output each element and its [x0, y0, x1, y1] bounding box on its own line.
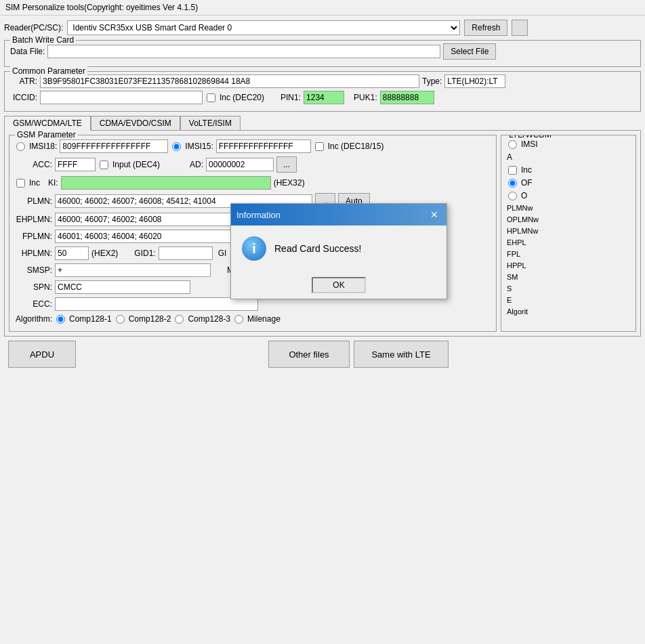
- imsi18-radio[interactable]: [16, 142, 25, 151]
- tab-gsm[interactable]: GSM/WCDMA/LTE: [4, 116, 91, 131]
- lte-imsi-radio[interactable]: [508, 140, 517, 149]
- title-bar: SIM Personalize tools(Copyright: oyeitim…: [0, 0, 645, 16]
- lte-o-radio[interactable]: [508, 192, 517, 200]
- lte-sm-row: SM: [507, 273, 630, 281]
- tab-volte[interactable]: VoLTE/ISIM: [180, 116, 241, 130]
- acc-input-checkbox[interactable]: [100, 160, 108, 169]
- ad-ellipsis-button[interactable]: ...: [276, 156, 297, 173]
- dialog-close-button[interactable]: ✕: [428, 207, 441, 223]
- apdu-button[interactable]: APDU: [8, 341, 76, 368]
- reader-select[interactable]: Identiv SCR35xx USB Smart Card Reader 0: [67, 20, 460, 35]
- common-parameter-label: Common Parameter: [10, 66, 87, 76]
- inc-dec20-label: Inc (DEC20): [220, 93, 264, 102]
- algo-milenage-radio[interactable]: [234, 315, 243, 324]
- algorithm-row: Algorithm: Comp128-1 Comp128-2 Comp128-3…: [15, 314, 491, 324]
- atr-row: ATR: 3B9F95801FC38031E073FE2113578681028…: [10, 74, 635, 88]
- imsi-row: IMSI18: 809FFFFFFFFFFFFFFF IMSI15: FFFFF…: [15, 139, 491, 153]
- puk1-input[interactable]: 88888888: [380, 91, 434, 104]
- imsi-inc-checkbox[interactable]: [315, 142, 324, 151]
- batch-write-card-group: Batch Write Card Data File: Select File: [4, 40, 641, 67]
- data-file-input[interactable]: [47, 45, 440, 58]
- imsi15-label: IMSI15:: [185, 142, 213, 151]
- atr-input[interactable]: 3B9F95801FC38031E073FE211357868102869844…: [40, 74, 419, 88]
- bottom-bar: APDU Other files Same with LTE: [4, 337, 641, 372]
- algorithm-label: Algorithm:: [15, 314, 52, 324]
- extra-button[interactable]: [512, 20, 528, 36]
- gsm-panel-label: GSM Parameter: [15, 130, 78, 139]
- type-input[interactable]: LTE(LH02):LT: [444, 74, 505, 88]
- lte-algorithm-row: Algorit: [507, 307, 630, 316]
- lte-e-row: E: [507, 296, 630, 304]
- atr-label: ATR:: [10, 77, 37, 86]
- lte-of-row: OF: [507, 178, 630, 188]
- spn-input[interactable]: CMCC: [55, 280, 190, 294]
- gid1-label: GID1:: [134, 249, 155, 258]
- refresh-button[interactable]: Refresh: [464, 20, 507, 36]
- iccid-row: ICCID: 89237000017604100004 Inc (DEC20) …: [10, 91, 635, 104]
- inc-dec20-checkbox[interactable]: [207, 93, 215, 102]
- dialog-title: Information: [236, 210, 280, 220]
- algo-comp1-label: Comp128-1: [69, 314, 112, 324]
- main-container: Reader(PC/SC): Identiv SCR35xx USB Smart…: [0, 16, 645, 376]
- smsp-label: SMSP:: [15, 265, 52, 275]
- imsi18-input[interactable]: 809FFFFFFFFFFFFFFF: [60, 139, 168, 153]
- imsi15-radio[interactable]: [172, 142, 181, 151]
- select-file-button[interactable]: Select File: [443, 43, 496, 60]
- ecc-label: ECC:: [15, 299, 52, 309]
- ki-label: KI:: [48, 178, 58, 188]
- puk1-label: PUK1:: [354, 93, 377, 102]
- acc-row: ACC: FFFF Input (DEC4) AD: 00000002 ...: [15, 156, 491, 173]
- ehplmn-label: EHPLMN:: [15, 215, 52, 224]
- ecc-row: ECC:: [15, 297, 491, 311]
- algo-comp2-radio[interactable]: [116, 315, 125, 324]
- lte-panel: LTE/WCDM IMSI A Inc OF O: [501, 135, 636, 332]
- ad-label: AD:: [190, 160, 203, 169]
- ki-inc-checkbox[interactable]: [16, 179, 25, 188]
- ad-input[interactable]: 00000002: [206, 158, 274, 171]
- lte-ehpl-label: EHPL: [507, 238, 526, 246]
- title-text: SIM Personalize tools(Copyright: oyeitim…: [5, 3, 198, 12]
- lte-fpl-row: FPL: [507, 250, 630, 258]
- lte-plmnw-row: PLMNw: [507, 204, 630, 212]
- reader-label: Reader(PC/SC):: [4, 23, 63, 33]
- lte-of-label: OF: [521, 178, 533, 188]
- tab-bar: GSM/WCDMA/LTE CDMA/EVDO/CSIM VoLTE/ISIM: [4, 116, 641, 130]
- lte-hplmnw-row: HPLMNw: [507, 227, 630, 235]
- lte-plmnw-label: PLMNw: [507, 204, 533, 212]
- ki-input[interactable]: [61, 176, 271, 190]
- lte-s-row: S: [507, 284, 630, 293]
- iccid-input[interactable]: 89237000017604100004: [40, 91, 203, 104]
- fplmn-label: FPLMN:: [15, 232, 52, 241]
- dialog-info-icon: i: [242, 236, 266, 261]
- imsi15-input[interactable]: FFFFFFFFFFFFFFF: [216, 139, 311, 153]
- algo-comp3-radio[interactable]: [175, 315, 184, 324]
- reader-row: Reader(PC/SC): Identiv SCR35xx USB Smart…: [4, 20, 641, 36]
- lte-algorithm-label: Algorit: [507, 307, 528, 316]
- dialog-ok-button[interactable]: OK: [312, 277, 366, 293]
- lte-oplmnw-row: OPLMNw: [507, 215, 630, 223]
- plmn-label: PLMN:: [15, 196, 52, 206]
- pin1-input[interactable]: 1234: [304, 91, 344, 104]
- ecc-input[interactable]: [55, 297, 258, 311]
- dialog-message: Read Card Success!: [274, 243, 361, 254]
- gid1-input[interactable]: [159, 246, 213, 260]
- pin1-label: PIN1:: [280, 93, 301, 102]
- other-files-button[interactable]: Other files: [268, 341, 350, 368]
- smsp-input[interactable]: +: [55, 263, 211, 277]
- algo-comp1-radio[interactable]: [56, 315, 65, 324]
- lte-of-radio[interactable]: [508, 179, 517, 188]
- imsi-inc-dec-label: Inc (DEC18/15): [328, 142, 384, 151]
- acc-input[interactable]: FFFF: [55, 158, 96, 171]
- tab-cdma[interactable]: CDMA/EVDO/CSIM: [91, 116, 180, 130]
- same-with-lte-button[interactable]: Same with LTE: [354, 341, 449, 368]
- lte-hplmnw-label: HPLMNw: [507, 227, 538, 235]
- ki-row: Inc KI: (HEX32): [15, 176, 491, 190]
- spn-label: SPN:: [15, 282, 52, 292]
- hplmn-input[interactable]: 50: [55, 246, 89, 260]
- ki-hex32-label: (HEX32): [274, 178, 305, 188]
- iccid-label: ICCID:: [10, 93, 37, 102]
- lte-sm-label: SM: [507, 273, 518, 281]
- lte-e-label: E: [507, 296, 512, 304]
- hplmn-label: HPLMN:: [15, 249, 52, 258]
- lte-inc-checkbox[interactable]: [508, 166, 517, 175]
